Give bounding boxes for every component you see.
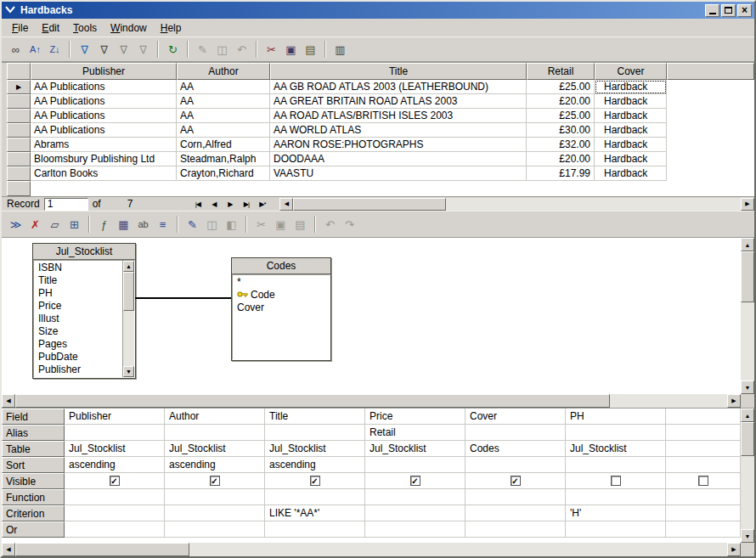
scroll-right-button[interactable]: ▶	[727, 543, 741, 556]
cell-title[interactable]: AA WORLD ATLAS	[270, 123, 527, 138]
menu-file[interactable]: File	[5, 20, 35, 36]
maximize-button[interactable]	[721, 4, 736, 17]
record-number-input[interactable]	[44, 198, 88, 211]
row-header[interactable]	[7, 94, 31, 109]
qgrid-cell-sort-2[interactable]: ascending	[165, 457, 265, 473]
qgrid-cell-or-4[interactable]	[365, 521, 465, 538]
next-record-button[interactable]: ▶	[222, 198, 238, 211]
qgrid-cell-field-7[interactable]	[666, 409, 741, 425]
qgrid-cell-visible-4[interactable]: ✓	[365, 473, 465, 489]
visible-checkbox[interactable]	[698, 476, 708, 486]
titlebar[interactable]: Hardbacks ×	[2, 2, 754, 19]
cell-cover[interactable]: Hardback	[595, 94, 667, 109]
scroll-thumb[interactable]	[741, 251, 754, 302]
scroll-track[interactable]	[123, 311, 134, 366]
qgrid-cell-field-2[interactable]: Author	[165, 409, 265, 425]
qgrid-cell-sort-1[interactable]: ascending	[65, 457, 165, 473]
row-header[interactable]	[7, 181, 31, 196]
column-header-retail[interactable]: Retail	[527, 63, 595, 80]
add-table-icon[interactable]: ⊞	[65, 215, 84, 234]
row-header[interactable]	[7, 166, 31, 181]
field-publisher[interactable]: Publisher	[34, 364, 122, 376]
qgrid-cell-function-6[interactable]	[566, 489, 666, 505]
qgrid-cell-or-3[interactable]	[265, 521, 365, 538]
cell-author[interactable]: Crayton,Richard	[177, 166, 270, 181]
autofilter-icon[interactable]: ∇	[75, 40, 94, 59]
qgrid-cell-or-2[interactable]	[165, 521, 265, 538]
field-pages[interactable]: Pages	[34, 338, 122, 351]
cell-author[interactable]: Steadman,Ralph	[177, 152, 270, 166]
cell-cover[interactable]: Hardback	[595, 138, 667, 152]
default-filter-icon[interactable]: ∇	[114, 40, 133, 59]
qgrid-cell-sort-6[interactable]	[566, 457, 666, 473]
menu-help[interactable]: Help	[154, 20, 189, 36]
qgrid-cell-criterion-2[interactable]	[165, 505, 265, 521]
cell-publisher[interactable]: AA Publications	[31, 109, 177, 123]
qgrid-cell-field-6[interactable]: PH	[566, 409, 666, 425]
qgrid-cell-alias-4[interactable]: Retail	[365, 425, 465, 441]
qgrid-cell-or-6[interactable]	[566, 521, 666, 538]
row-header[interactable]	[7, 152, 31, 166]
scroll-up-button[interactable]: ▲	[123, 261, 134, 272]
cell-title[interactable]: AA GREAT BRITAIN ROAD ATLAS 2003	[270, 94, 527, 109]
cell-cover[interactable]: Hardback	[595, 166, 667, 181]
scroll-down-button[interactable]: ▼	[741, 380, 754, 394]
qgrid-rowlabel-field[interactable]: Field	[2, 409, 65, 425]
field-code[interactable]: Code	[233, 289, 330, 302]
visible-checkbox[interactable]: ✓	[210, 476, 220, 486]
field-size[interactable]: Size	[34, 325, 122, 338]
qgrid-cell-visible-5[interactable]: ✓	[465, 473, 566, 489]
qgrid-cell-function-2[interactable]	[165, 489, 265, 505]
visible-checkbox[interactable]: ✓	[511, 476, 521, 486]
qgrid-cell-sort-7[interactable]	[666, 457, 741, 473]
cell-retail[interactable]: £25.00	[527, 109, 595, 123]
qgrid-rowlabel-visible[interactable]: Visible	[2, 473, 65, 489]
qgrid-cell-criterion-4[interactable]	[365, 505, 465, 521]
row-header-current[interactable]: ▶	[7, 80, 31, 94]
visible-checkbox[interactable]: ✓	[410, 476, 420, 486]
qgrid-cell-or-1[interactable]	[65, 521, 165, 538]
field-ph[interactable]: PH	[34, 287, 122, 300]
run-query-icon[interactable]: ≫	[6, 215, 25, 234]
column-header-title[interactable]: Title	[270, 63, 527, 80]
cell-publisher[interactable]: Abrams	[31, 138, 177, 152]
cell-cover[interactable]: Hardback	[595, 109, 667, 123]
qgrid-cell-alias-2[interactable]	[165, 425, 265, 441]
cell-publisher[interactable]: Carlton Books	[31, 166, 177, 181]
scroll-thumb[interactable]	[741, 422, 754, 456]
close-button[interactable]: ×	[737, 4, 752, 17]
qgrid-cell-visible-6[interactable]	[566, 473, 666, 489]
row-header[interactable]	[7, 123, 31, 138]
qgrid-cell-sort-5[interactable]	[465, 457, 566, 473]
field-cover[interactable]: Cover	[233, 302, 330, 314]
qgrid-cell-criterion-3[interactable]: LIKE '*AA*'	[265, 505, 365, 521]
field-pubdate[interactable]: PubDate	[34, 351, 122, 364]
cell-publisher[interactable]: AA Publications	[31, 123, 177, 138]
qgrid-cell-alias-5[interactable]	[465, 425, 566, 441]
qgrid-cell-field-1[interactable]: Publisher	[65, 409, 165, 425]
scroll-thumb[interactable]	[293, 198, 446, 211]
scroll-track[interactable]	[741, 456, 754, 529]
qgrid-cell-criterion-6[interactable]: 'H'	[566, 505, 666, 521]
qgrid-cell-table-2[interactable]: Jul_Stocklist	[165, 441, 265, 457]
field-price[interactable]: Price	[34, 300, 122, 313]
qgrid-cell-field-5[interactable]: Cover	[465, 409, 566, 425]
last-record-button[interactable]: ▶|	[238, 198, 254, 211]
qgrid-rowlabel-criterion[interactable]: Criterion	[2, 505, 65, 521]
scroll-up-button[interactable]: ▲	[741, 409, 754, 422]
cell-retail[interactable]: £20.00	[527, 94, 595, 109]
qgrid-cell-function-4[interactable]	[365, 489, 465, 505]
cell-title[interactable]: AARON ROSE:PHOTOGRAPHS	[270, 138, 527, 152]
clear-query-icon[interactable]: ✗	[25, 215, 45, 234]
qgrid-cell-or-5[interactable]	[465, 521, 566, 538]
field-star[interactable]: *	[233, 276, 330, 289]
cell-retail[interactable]: £25.00	[527, 80, 595, 94]
row-header[interactable]	[7, 138, 31, 152]
alias-icon[interactable]: ab	[133, 215, 153, 234]
qgrid-rowlabel-sort[interactable]: Sort	[2, 457, 65, 473]
scroll-track[interactable]	[446, 198, 741, 211]
qgrid-cell-alias-1[interactable]	[65, 425, 165, 441]
prev-record-button[interactable]: ◀	[206, 198, 222, 211]
cell-publisher[interactable]: Bloomsbury Publishing Ltd	[31, 152, 177, 166]
scroll-left-button[interactable]: ◀	[2, 543, 15, 556]
